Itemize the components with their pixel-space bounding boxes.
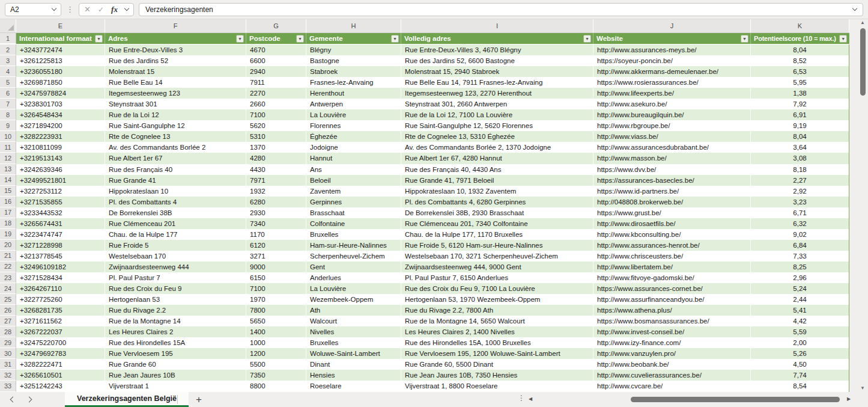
row-header[interactable]: 30: [0, 348, 16, 359]
cell[interactable]: http://www.viass.be/: [593, 131, 751, 142]
cell[interactable]: 5310: [246, 131, 306, 142]
cell[interactable]: +3251242243: [16, 381, 105, 391]
row-header[interactable]: 10: [0, 131, 16, 142]
cell[interactable]: https://www.athena.plus/: [593, 305, 751, 316]
cell[interactable]: 8,52: [751, 55, 849, 66]
column-header-K[interactable]: K: [751, 19, 849, 32]
row-header[interactable]: 12: [0, 153, 16, 164]
cell[interactable]: 7800: [246, 305, 306, 316]
cell[interactable]: +3282223931: [16, 131, 105, 142]
column-header-H[interactable]: H: [306, 19, 401, 32]
row-header[interactable]: 18: [0, 218, 16, 229]
cell[interactable]: 7,33: [751, 251, 849, 262]
cell[interactable]: De Borrekenslei 38B, 2930 Brasschaat: [401, 207, 593, 218]
cell[interactable]: Rue Grande 60, 5500 Dinant: [401, 359, 593, 370]
cell[interactable]: 9,02: [751, 229, 849, 240]
cell[interactable]: 7971: [246, 175, 306, 186]
cell[interactable]: 8800: [246, 381, 306, 391]
row-header[interactable]: 14: [0, 175, 16, 186]
row-header[interactable]: 33: [0, 381, 16, 391]
cell[interactable]: Dinant: [306, 359, 401, 370]
scroll-left-icon[interactable]: ◀: [529, 397, 532, 402]
cell[interactable]: 2660: [246, 99, 306, 109]
cell[interactable]: Roeselare: [306, 381, 401, 391]
cell[interactable]: 8,25: [751, 262, 849, 272]
cell[interactable]: Bruxelles: [306, 337, 401, 348]
cell[interactable]: +3210811099: [16, 142, 105, 153]
cell[interactable]: Rue des Hirondelles 15A, 1000 Bruxelles: [401, 337, 593, 348]
row-header[interactable]: 5: [0, 77, 16, 88]
cell[interactable]: Rue des Hirondelles 15A: [105, 337, 246, 348]
filter-icon[interactable]: ▼: [95, 35, 103, 43]
cell[interactable]: +3242639346: [16, 164, 105, 175]
cell[interactable]: http://www.assurances-meys.be/: [593, 44, 751, 55]
row-header[interactable]: 8: [0, 109, 16, 120]
cell[interactable]: https://www.grust.be/: [593, 207, 751, 218]
cell[interactable]: 2930: [246, 207, 306, 218]
cell[interactable]: 5650: [246, 316, 306, 326]
cell[interactable]: 7340: [246, 218, 306, 229]
row-header[interactable]: 19: [0, 229, 16, 240]
table-header-volledig-adres[interactable]: Volledig adres ▼: [401, 33, 593, 44]
cell[interactable]: Chau. de la Hulpe 177: [105, 229, 246, 240]
cell[interactable]: +3219513143: [16, 153, 105, 164]
cell[interactable]: Florennes: [306, 120, 401, 131]
enter-icon[interactable]: ✓: [98, 6, 104, 13]
cell[interactable]: 3271: [246, 251, 306, 262]
cell[interactable]: +3269871850: [16, 77, 105, 88]
cell[interactable]: http://www.assurances-henrot.be/: [593, 240, 751, 251]
filter-icon[interactable]: ▼: [583, 35, 591, 43]
cell[interactable]: Rue des Français 40: [105, 164, 246, 175]
cell[interactable]: 8,54: [751, 381, 849, 391]
cell[interactable]: Hertogenlaan 53: [105, 294, 246, 305]
column-header-F[interactable]: F: [105, 19, 246, 32]
cell[interactable]: Rue Belle Eau 14, 7911 Frasnes-lez-Anvai…: [401, 77, 593, 88]
formula-input[interactable]: Verzekeringsagenten: [139, 3, 863, 16]
cell[interactable]: La Louvière: [306, 109, 401, 120]
cell[interactable]: 1370: [246, 142, 306, 153]
cell[interactable]: +32496109182: [16, 262, 105, 272]
cell[interactable]: 6280: [246, 197, 306, 207]
cell[interactable]: Pl. Paul Pastur 7, 6150 Anderlues: [401, 272, 593, 283]
cell[interactable]: Rue Clémenceau 201, 7340 Colfontaine: [401, 218, 593, 229]
cell[interactable]: Rue Albert 1er 67: [105, 153, 246, 164]
row-header[interactable]: 31: [0, 359, 16, 370]
cell[interactable]: https://assurances-basecles.be/: [593, 175, 751, 186]
cell[interactable]: 6,71: [751, 207, 849, 218]
cell[interactable]: http://www.chrisceusters.be/: [593, 251, 751, 262]
cell[interactable]: Rue de la Loi 12, 7100 La Louvière: [401, 109, 593, 120]
cell[interactable]: 1200: [246, 348, 306, 359]
cell[interactable]: Éghezée: [306, 131, 401, 142]
cell[interactable]: Rue Jean Jaures 10B: [105, 370, 246, 381]
cell[interactable]: Molenstraat 15, 2940 Stabroek: [401, 66, 593, 77]
cell[interactable]: Rue de la Montagne 14, 5650 Walcourt: [401, 316, 593, 326]
cell[interactable]: Gent: [306, 262, 401, 272]
cell[interactable]: Westelsebaan 170: [105, 251, 246, 262]
chevron-down-icon[interactable]: [52, 6, 56, 11]
cell[interactable]: https://www.bosmansassurances.be/: [593, 316, 751, 326]
column-header-J[interactable]: J: [593, 19, 751, 32]
cell[interactable]: 1932: [246, 186, 306, 197]
row-header[interactable]: 27: [0, 316, 16, 326]
insert-function-icon[interactable]: fx: [111, 5, 118, 14]
cell[interactable]: https://www.assurances-cornet.be/: [593, 283, 751, 294]
cell[interactable]: http://048808.brokerweb.be/: [593, 197, 751, 207]
cell[interactable]: 2940: [246, 66, 306, 77]
cell[interactable]: Hertogenlaan 53, 1970 Wezembeek-Oppem: [401, 294, 593, 305]
cell[interactable]: Gerpinnes: [306, 197, 401, 207]
cell[interactable]: 2,27: [751, 175, 849, 186]
chevron-down-icon[interactable]: [124, 6, 129, 11]
cell[interactable]: Rue de la Montagne 14: [105, 316, 246, 326]
cell[interactable]: Zaventem: [306, 186, 401, 197]
cell[interactable]: http://www.izy-finance.com/: [593, 337, 751, 348]
row-header[interactable]: 4: [0, 66, 16, 77]
cell[interactable]: Rue Albert 1er 67, 4280 Hannut: [401, 153, 593, 164]
cell[interactable]: https://www.rosierassurances.be/: [593, 77, 751, 88]
cell[interactable]: Bastogne: [306, 55, 401, 66]
cell[interactable]: Pl. des Combattants 4: [105, 197, 246, 207]
cell[interactable]: Itegemsesteenweg 123: [105, 88, 246, 99]
cell[interactable]: +3268281735: [16, 305, 105, 316]
cell[interactable]: Woluwe-Saint-Lambert: [306, 348, 401, 359]
cell[interactable]: http://www.cuvelierassurances.be/: [593, 370, 751, 381]
cell[interactable]: Les Heures Claires 2: [105, 326, 246, 337]
